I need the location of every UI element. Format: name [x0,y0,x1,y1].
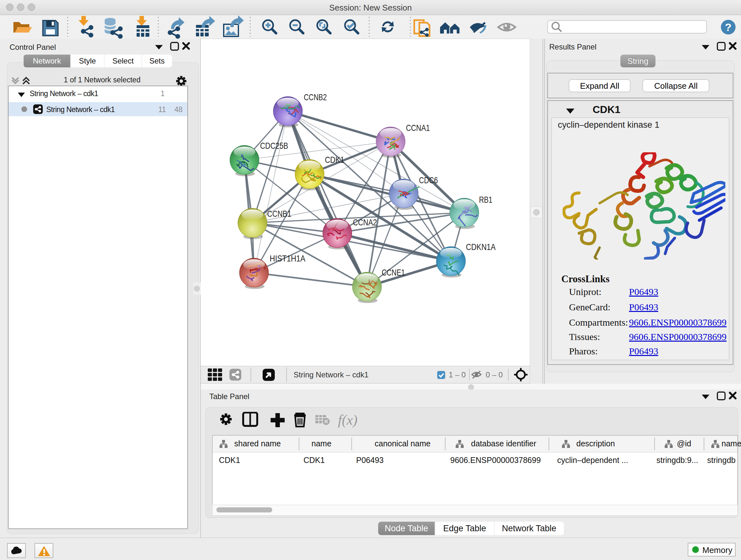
svg-text:CCNB1: CCNB1 [267,209,291,219]
svg-text:CCNA1: CCNA1 [406,123,430,133]
svg-text:CCNE1: CCNE1 [382,267,405,277]
svg-text:CDC6: CDC6 [419,175,438,185]
svg-text:String Network – cdk1: String Network – cdk1 [293,370,368,379]
svg-text:1 – 0: 1 – 0 [449,370,466,379]
svg-text:CCNA2: CCNA2 [353,217,377,227]
svg-text:?: ? [725,21,732,33]
svg-text:HIST1H1A: HIST1H1A [270,253,306,263]
svg-text:f(x): f(x) [338,412,357,428]
svg-text:CDKN1A: CDKN1A [466,242,495,252]
svg-text:CCNB2: CCNB2 [304,92,327,102]
svg-text:0 – 0: 0 – 0 [486,370,502,379]
svg-text:CDK1: CDK1 [325,155,344,165]
svg-text:CDC25B: CDC25B [260,141,288,151]
svg-text:RB1: RB1 [479,195,492,205]
